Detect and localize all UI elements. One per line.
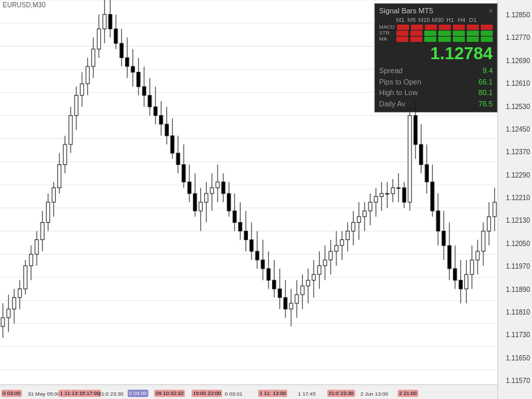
signal-bar-cell [438, 37, 450, 42]
time-label: 2 21:00 [398, 390, 418, 397]
tf-label: M15 [418, 17, 430, 23]
macd-row: MACD [379, 25, 493, 30]
signal-bar-cell [467, 31, 479, 36]
price-level: 1.12770 [498, 35, 532, 41]
spread-label: Spread [379, 65, 402, 76]
time-label: 0 04:00 [128, 390, 148, 397]
price-axis: 1.128501.127701.126901.126101.125301.124… [497, 0, 532, 399]
price-level: 1.11650 [498, 355, 532, 362]
signal-bar-cell [481, 25, 493, 30]
price-level: 1.11810 [498, 309, 532, 316]
daily-av-row: Daily Av 76.5 [379, 98, 493, 110]
tf-label: M30 [432, 17, 444, 23]
price-level: 1.11730 [498, 332, 532, 338]
signal-bar-cell [438, 31, 450, 36]
symbol-label: EURUSD,M30 [3, 1, 45, 9]
price-level: 1.12050 [498, 241, 532, 247]
signal-bar-cell [397, 25, 409, 30]
spread-row: Spread 9.4 [379, 65, 493, 76]
signal-bar-cell [481, 31, 493, 36]
signal-title: Signal Bars MT5 × [379, 7, 493, 15]
price-level: 1.12850 [498, 12, 532, 19]
time-label: 0 03:01 [225, 391, 243, 397]
signal-bar-cell [481, 37, 493, 42]
high-low-row: High to Low 80.1 [379, 87, 493, 98]
ma-row: MA [379, 37, 493, 42]
signal-bar-cell [424, 37, 436, 42]
time-label: 21:0 23:30 [98, 391, 124, 397]
signal-bars: MACD STR MA [379, 25, 493, 42]
signal-bar-cell [467, 37, 479, 42]
signal-bar-cell [410, 37, 422, 42]
price-level: 1.11570 [498, 378, 532, 384]
time-label: 0 03:00 [1, 390, 22, 397]
time-label: 1 11:13:15:17:00 [59, 390, 101, 397]
signal-bar-cell [453, 31, 465, 36]
time-label: 19:00 22:00 [192, 390, 222, 397]
pips-row: Pips to Open 66.1 [379, 76, 493, 88]
daily-av-label: Daily Av [379, 98, 406, 110]
signal-bar-cell [411, 25, 423, 30]
signal-bar-cell [467, 25, 479, 30]
signal-bar-cell [439, 25, 451, 30]
price-level: 1.12370 [498, 149, 532, 156]
tf-label: D1 [468, 17, 477, 23]
signal-bar-cell [425, 25, 437, 30]
tf-label: M5 [407, 17, 416, 23]
price-level: 1.11890 [498, 287, 532, 293]
time-label: 09 10:32:32 [154, 390, 185, 397]
spread-value: 9.4 [483, 65, 493, 76]
price-level: 1.12610 [498, 80, 532, 87]
time-axis: 0 03:0031 May 05:001 11:13:15:17:0021:0 … [0, 384, 497, 399]
price-level: 1.12450 [498, 126, 532, 133]
tf-label: M1 [396, 17, 405, 23]
pips-value: 66.1 [479, 76, 493, 88]
signal-bar-cell [410, 31, 422, 36]
signal-bar-cell [396, 31, 408, 36]
signal-bar-cell [453, 25, 465, 30]
price-level: 1.11970 [498, 263, 532, 270]
price-level: 1.12530 [498, 104, 532, 110]
price-level: 1.12290 [498, 172, 532, 179]
chart-container: 1.128501.127701.126901.126101.125301.124… [0, 0, 532, 399]
time-label: 1 11: 13:00 [258, 390, 287, 397]
price-level: 1.12690 [498, 58, 532, 65]
price-level: 1.12210 [498, 195, 532, 201]
time-label: 31 May 05:00 [28, 391, 60, 397]
pips-label: Pips to Open [379, 76, 422, 88]
tf-label: H4 [457, 17, 466, 23]
signal-title-text: Signal Bars MT5 [379, 7, 433, 15]
daily-av-value: 76.5 [479, 98, 493, 110]
str-row: STR [379, 31, 493, 36]
close-button[interactable]: × [489, 7, 493, 15]
time-label: 2 Jun 13:00 [360, 391, 388, 397]
high-low-label: High to Low [379, 87, 418, 98]
timeframe-row: M1M5M15M30H1H4D1 [379, 17, 493, 23]
high-low-value: 80.1 [479, 87, 493, 98]
price-level: 1.12130 [498, 217, 532, 224]
signal-bar-cell [396, 37, 408, 42]
tf-label: H1 [446, 17, 455, 23]
time-label: 1 17:45 [298, 391, 316, 397]
signal-bar-cell [424, 31, 436, 36]
signal-bar-cell [453, 37, 465, 42]
signal-panel: Signal Bars MT5 × M1M5M15M30H1H4D1 MACD … [374, 3, 497, 112]
time-label: 21:0 23:30 [327, 390, 355, 397]
price-display: 1.12784 [379, 43, 493, 64]
